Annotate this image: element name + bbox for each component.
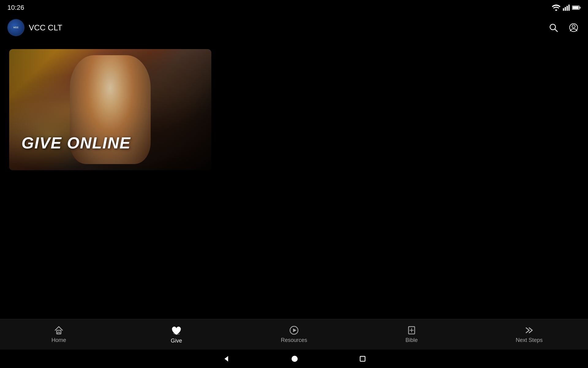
bible-icon bbox=[407, 325, 417, 335]
profile-icon bbox=[569, 23, 578, 32]
hero-image bbox=[9, 49, 211, 170]
nav-item-next-steps[interactable]: Next Steps bbox=[508, 322, 551, 347]
android-home-button[interactable] bbox=[291, 355, 298, 362]
bottom-nav: Home Give Resources bbox=[0, 319, 588, 350]
resources-icon bbox=[289, 325, 299, 335]
profile-button[interactable] bbox=[567, 21, 581, 35]
android-home-icon bbox=[291, 355, 298, 362]
svg-rect-20 bbox=[360, 356, 365, 361]
nav-item-resources[interactable]: Resources bbox=[273, 322, 315, 347]
nav-item-give[interactable]: Give bbox=[155, 322, 198, 347]
app-title: VCC CLT bbox=[29, 23, 62, 33]
svg-point-19 bbox=[292, 356, 298, 362]
app-logo-inner: VCC bbox=[8, 20, 24, 36]
svg-rect-5 bbox=[580, 7, 581, 9]
status-icons bbox=[552, 5, 581, 11]
hero-overlay bbox=[9, 49, 211, 170]
svg-marker-18 bbox=[224, 356, 228, 362]
nav-give-label: Give bbox=[171, 338, 182, 344]
nav-item-home[interactable]: Home bbox=[37, 322, 80, 347]
svg-rect-12 bbox=[58, 332, 60, 334]
header-actions bbox=[546, 21, 581, 35]
nav-home-label: Home bbox=[51, 337, 66, 343]
android-back-button[interactable] bbox=[222, 355, 230, 363]
nav-next-steps-label: Next Steps bbox=[516, 337, 543, 343]
hero-title: GIVE ONLINE bbox=[21, 134, 131, 152]
svg-marker-14 bbox=[293, 328, 296, 332]
give-icon bbox=[171, 325, 182, 336]
search-icon bbox=[549, 23, 558, 32]
nav-item-bible[interactable]: Bible bbox=[390, 322, 433, 347]
nav-bible-label: Bible bbox=[405, 337, 418, 343]
status-time: 10:26 bbox=[7, 4, 24, 12]
svg-line-8 bbox=[555, 29, 557, 32]
svg-rect-0 bbox=[563, 8, 564, 11]
svg-rect-2 bbox=[567, 6, 568, 11]
wifi-icon bbox=[552, 5, 560, 11]
svg-rect-1 bbox=[565, 7, 566, 11]
app-header-left: VCC VCC CLT bbox=[7, 19, 62, 36]
battery-icon bbox=[572, 5, 581, 10]
recent-icon bbox=[359, 355, 366, 362]
hero-card[interactable]: GIVE ONLINE bbox=[9, 49, 211, 170]
svg-rect-6 bbox=[573, 6, 579, 9]
main-content: GIVE ONLINE bbox=[0, 40, 588, 331]
app-logo: VCC bbox=[7, 19, 24, 36]
back-icon bbox=[222, 355, 230, 363]
svg-point-10 bbox=[572, 25, 575, 28]
signal-icon bbox=[563, 5, 570, 11]
app-logo-text: VCC bbox=[13, 26, 19, 29]
android-recent-button[interactable] bbox=[359, 355, 366, 362]
search-button[interactable] bbox=[546, 21, 560, 35]
android-nav bbox=[0, 350, 588, 368]
app-header: VCC VCC CLT bbox=[0, 15, 588, 40]
home-icon bbox=[54, 325, 64, 335]
status-bar: 10:26 bbox=[0, 0, 588, 15]
svg-rect-3 bbox=[568, 5, 570, 11]
next-steps-icon bbox=[524, 325, 534, 335]
nav-resources-label: Resources bbox=[281, 337, 307, 343]
